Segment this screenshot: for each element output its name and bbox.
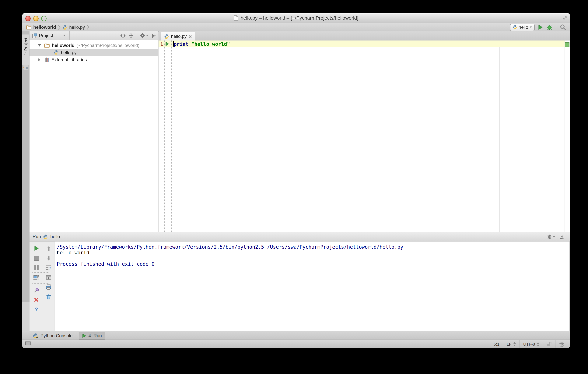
breadcrumb: helloworld hello.py xyxy=(26,25,89,30)
line-ending-widget[interactable]: LF xyxy=(503,340,520,348)
hector-inspector-icon xyxy=(559,341,565,347)
editor-tab-hello-py[interactable]: hello.py xyxy=(161,32,195,41)
project-view-select[interactable]: Project xyxy=(30,32,70,40)
gutter-separator xyxy=(164,41,165,232)
navigation-bar: helloworld hello.py hello xyxy=(22,23,570,32)
python-file-icon xyxy=(63,25,67,30)
stop-button[interactable] xyxy=(33,255,39,261)
toolbar-separator xyxy=(32,272,48,273)
editor-area: hello.py 1 print"hello world" xyxy=(158,32,570,232)
run-line-gutter-icon[interactable] xyxy=(165,42,169,46)
breadcrumb-item-helloworld[interactable]: helloworld xyxy=(33,25,56,30)
run-configuration-label: hello xyxy=(519,25,528,30)
scroll-to-end-button[interactable] xyxy=(45,274,52,280)
run-configuration-select[interactable]: hello xyxy=(510,24,535,31)
project-settings-button[interactable] xyxy=(140,33,148,38)
pin-tab-button[interactable] xyxy=(33,287,39,293)
project-tree: helloworld (~/PycharmProjects/helloworld… xyxy=(30,40,158,232)
toolwindow-toggle-icon[interactable] xyxy=(25,342,31,346)
pycharm-window: hello.py – helloworld – [~/PycharmProjec… xyxy=(22,13,570,348)
toolbar-separator xyxy=(32,283,48,284)
title-bar[interactable]: hello.py – helloworld – [~/PycharmProjec… xyxy=(22,13,570,23)
console-output[interactable]: /System/Library/Frameworks/Python.framew… xyxy=(54,242,569,331)
updown-icon xyxy=(536,342,540,346)
python-console-tab[interactable]: Python Console xyxy=(30,331,75,340)
python-icon xyxy=(43,234,48,239)
toolwindow-bar: Python Console 4: Run xyxy=(22,331,570,340)
run-config-name: hello xyxy=(50,234,60,239)
unlock-icon xyxy=(547,342,552,347)
folder-icon xyxy=(44,43,50,47)
chevron-down-icon xyxy=(146,35,148,36)
chevron-down-icon xyxy=(63,35,66,36)
code-string: "hello world" xyxy=(191,41,230,47)
chevron-right-icon xyxy=(58,25,61,30)
caret-position-widget[interactable]: 5:1 xyxy=(490,340,503,348)
encoding-widget[interactable]: UTF-8 xyxy=(520,340,543,348)
console-line: Process finished with exit code 0 xyxy=(57,261,569,267)
console-line xyxy=(57,256,569,261)
clear-all-button[interactable] xyxy=(45,294,52,300)
rerun-button[interactable] xyxy=(33,245,39,251)
project-stripe-label: 1: Project xyxy=(23,32,28,61)
code-keyword: print xyxy=(174,41,189,47)
run-tab[interactable]: 4: Run xyxy=(79,331,105,340)
left-tool-stripe: 1: Project xyxy=(22,32,30,302)
run-tool-window: Run hello xyxy=(30,232,570,331)
project-panel-header: Project xyxy=(30,32,158,40)
inspection-status-ok-square[interactable] xyxy=(565,43,569,47)
python-icon xyxy=(513,25,517,30)
editor-content[interactable]: 1 print"hello world" xyxy=(158,41,570,232)
chevron-right-icon xyxy=(87,25,89,30)
close-console-button[interactable] xyxy=(33,297,39,303)
soft-wrap-button[interactable] xyxy=(45,265,52,271)
search-everywhere-button[interactable] xyxy=(560,24,566,30)
run-tab-icon xyxy=(82,333,86,338)
tree-label: External Libraries xyxy=(52,57,87,62)
debug-bug-button[interactable] xyxy=(546,24,552,30)
tree-row-hello-py[interactable]: hello.py xyxy=(30,49,158,56)
show-console-layout-button[interactable] xyxy=(33,275,39,281)
python-console-tab-label: Python Console xyxy=(41,333,73,338)
screenshot-stage: hello.py – helloworld – [~/PycharmProjec… xyxy=(0,0,588,374)
gutter-separator xyxy=(171,41,172,232)
expand-arrow-icon[interactable] xyxy=(38,44,41,46)
document-icon xyxy=(234,15,238,21)
collapse-all-button[interactable] xyxy=(129,33,134,38)
up-stack-trace-button[interactable] xyxy=(45,245,52,251)
help-button[interactable]: ? xyxy=(33,306,39,312)
hide-panel-button[interactable] xyxy=(151,33,156,38)
error-stripe[interactable] xyxy=(565,41,570,232)
tree-label: helloworld xyxy=(52,43,74,48)
readonly-lock-widget[interactable] xyxy=(543,340,555,348)
inspection-profile-widget[interactable] xyxy=(555,340,568,348)
breadcrumb-item-hello-py[interactable]: hello.py xyxy=(69,25,85,30)
editor-tab-label: hello.py xyxy=(171,34,187,39)
python-console-icon xyxy=(33,333,38,338)
run-button[interactable] xyxy=(538,25,543,30)
project-panel: Project xyxy=(30,32,158,232)
run-panel-title: Run xyxy=(32,234,41,239)
print-button[interactable] xyxy=(45,284,52,290)
folder-icon xyxy=(26,25,32,30)
down-stack-trace-button[interactable] xyxy=(45,255,52,261)
hide-panel-down-button[interactable] xyxy=(560,235,565,239)
tree-row-helloworld[interactable]: helloworld (~/PycharmProjects/helloworld… xyxy=(30,42,158,49)
scroll-from-source-button[interactable] xyxy=(120,33,126,38)
run-tab-label: 4: Run xyxy=(88,333,102,338)
fullscreen-arrows-icon[interactable] xyxy=(563,16,567,20)
collapse-arrow-icon[interactable] xyxy=(38,58,41,61)
run-panel-header[interactable]: Run hello xyxy=(30,232,570,242)
close-tab-icon[interactable] xyxy=(189,35,192,38)
run-settings-button[interactable] xyxy=(547,234,555,240)
line-number: 1 xyxy=(158,41,163,47)
project-tool-icon[interactable] xyxy=(23,65,28,70)
tree-row-external-libraries[interactable]: External Libraries xyxy=(30,56,158,63)
project-stripe-tab[interactable]: 1: Project xyxy=(22,34,29,65)
window-title: hello.py – helloworld – [~/PycharmProjec… xyxy=(241,15,358,21)
pause-output-button[interactable] xyxy=(33,265,39,271)
run-console-toolbar: ? xyxy=(30,242,54,331)
project-view-icon xyxy=(32,33,37,38)
python-file-icon xyxy=(164,34,169,39)
tree-path: (~/PycharmProjects/helloworld) xyxy=(76,43,139,48)
